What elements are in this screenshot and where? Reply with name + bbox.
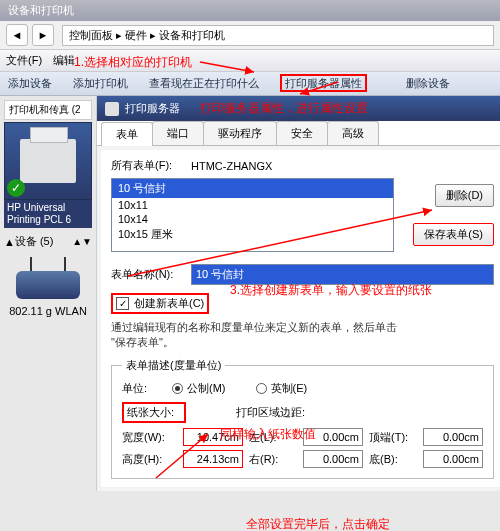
hint-line2: "保存表单"。: [111, 336, 174, 348]
menu-bar: 文件(F) 编辑: [0, 50, 500, 72]
nav-forward-button[interactable]: ►: [32, 24, 54, 46]
tab-row: 表单 端口 驱动程序 安全 高级: [97, 121, 500, 146]
sidebar: 打印机和传真 (2 ✓ HP Universal Printing PCL 6 …: [0, 96, 96, 491]
dialog-titlebar: 打印服务器 打印服务器属性，进行属性设置: [97, 96, 500, 121]
menu-edit[interactable]: 编辑: [53, 54, 75, 66]
router-icon: [16, 271, 80, 299]
list-item[interactable]: 10x15 厘米: [112, 226, 393, 243]
wlan-label: 802.11 g WLAN: [4, 305, 92, 317]
unit-label: 单位:: [122, 381, 172, 396]
check-icon: ✓: [7, 179, 25, 197]
dialog-title: 打印服务器: [125, 101, 180, 116]
wlan-device[interactable]: 802.11 g WLAN: [4, 271, 92, 317]
paper-size-label: 纸张大小:: [122, 402, 186, 423]
left-input[interactable]: 0.00cm: [303, 428, 363, 446]
printer-label: HP Universal Printing PCL 6: [4, 200, 92, 228]
nav-bar: ◄ ► 控制面板 ▸ 硬件 ▸ 设备和打印机: [0, 21, 500, 50]
hint-line1: 通过编辑现有的名称和度量单位来定义新的表单，然后单击: [111, 321, 397, 333]
margin-label: 打印区域边距:: [236, 405, 305, 420]
create-new-label: 创建新表单(C): [134, 296, 204, 311]
right-label: 右(R):: [249, 452, 297, 467]
width-label: 宽度(W):: [122, 430, 177, 445]
dialog-print-server: 打印服务器 打印服务器属性，进行属性设置 表单 端口 驱动程序 安全 高级 所有…: [96, 96, 500, 491]
tab-security[interactable]: 安全: [276, 121, 328, 145]
bottom-label: 底(B):: [369, 452, 417, 467]
cmd-add-device[interactable]: 添加设备: [8, 77, 52, 89]
cmd-add-printer[interactable]: 添加打印机: [73, 77, 128, 89]
window-title: 设备和打印机: [8, 3, 74, 18]
forms-listbox[interactable]: 10 号信封 10x11 10x14 10x15 厘米: [111, 178, 394, 252]
bottom-input[interactable]: 0.00cm: [423, 450, 483, 468]
command-bar: 添加设备 添加打印机 查看现在正在打印什么 打印服务器属性 删除设备: [0, 72, 500, 96]
list-item[interactable]: 10x11: [112, 198, 393, 212]
fieldset-legend: 表单描述(度量单位): [122, 358, 225, 373]
printer-icon[interactable]: ✓: [4, 122, 92, 200]
annotation-2: 打印服务器属性，进行属性设置: [200, 100, 368, 117]
cmd-see-printing[interactable]: 查看现在正在打印什么: [149, 77, 259, 89]
delete-button[interactable]: 删除(D): [435, 184, 494, 207]
left-label: 左(L):: [249, 430, 297, 445]
radio-english[interactable]: [256, 383, 267, 394]
menu-file[interactable]: 文件(F): [6, 54, 42, 66]
right-input[interactable]: 0.00cm: [303, 450, 363, 468]
save-form-button[interactable]: 保存表单(S): [413, 223, 494, 246]
form-desc-fieldset: 表单描述(度量单位) 单位: 公制(M) 英制(E) 纸张大小: 打印区域边距:…: [111, 358, 494, 479]
tab-drivers[interactable]: 驱动程序: [203, 121, 277, 145]
tab-ports[interactable]: 端口: [152, 121, 204, 145]
form-name-label: 表单名称(N):: [111, 267, 191, 282]
height-input[interactable]: 24.13cm: [183, 450, 243, 468]
window-titlebar: 设备和打印机: [0, 0, 500, 21]
tab-advanced[interactable]: 高级: [327, 121, 379, 145]
server-name: HTMC-ZHANGX: [191, 160, 272, 172]
list-item[interactable]: 10x14: [112, 212, 393, 226]
forms-on-label: 所有表单(F):: [111, 158, 191, 173]
list-item[interactable]: 10 号信封: [112, 179, 393, 198]
tab-forms[interactable]: 表单: [101, 122, 153, 146]
group-header-printers: 打印机和传真 (2: [4, 100, 92, 120]
cmd-remove-device[interactable]: 删除设备: [406, 77, 450, 89]
top-input[interactable]: 0.00cm: [423, 428, 483, 446]
cmd-print-server-props[interactable]: 打印服务器属性: [280, 74, 367, 92]
top-label: 顶端(T):: [369, 430, 417, 445]
width-input[interactable]: 10.47cm: [183, 428, 243, 446]
annotation-5: 全部设置完毕后，点击确定: [246, 516, 390, 531]
group-header-devices[interactable]: ▲ 设备 (5) ▲▼: [4, 234, 92, 249]
radio-metric[interactable]: [172, 383, 183, 394]
printer-small-icon: [105, 102, 119, 116]
breadcrumb[interactable]: 控制面板 ▸ 硬件 ▸ 设备和打印机: [62, 25, 494, 46]
nav-back-button[interactable]: ◄: [6, 24, 28, 46]
create-new-checkbox[interactable]: ✓: [116, 297, 129, 310]
form-name-input[interactable]: 10 号信封: [191, 264, 494, 285]
height-label: 高度(H):: [122, 452, 177, 467]
